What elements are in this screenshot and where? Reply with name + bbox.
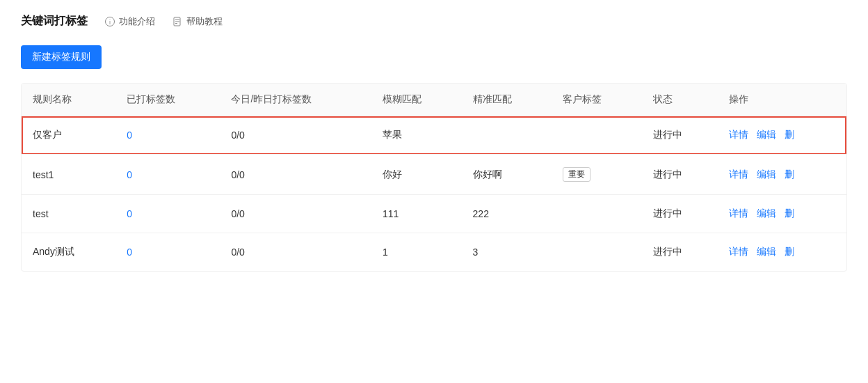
cell-fuzzy-match: 你好 (371, 155, 462, 195)
help-link[interactable]: 帮助教程 (172, 15, 223, 28)
col-today-count: 今日/昨日打标签数 (220, 84, 371, 116)
edit-button[interactable]: 编辑 (757, 208, 776, 219)
delete-button[interactable]: 删 (785, 208, 794, 219)
page-header: 关键词打标签 i 功能介绍 帮助教程 (21, 14, 847, 29)
info-icon: i (104, 16, 115, 27)
edit-button[interactable]: 编辑 (757, 129, 776, 140)
cell-exact-match: 222 (462, 195, 552, 233)
svg-text:i: i (109, 19, 111, 26)
cell-today-count: 0/0 (220, 116, 371, 155)
cell-actions: 详情编辑删 (718, 155, 847, 195)
cell-exact-match: 你好啊 (462, 155, 552, 195)
tagged-count-value: 0 (127, 169, 132, 180)
create-rule-button[interactable]: 新建标签规则 (21, 45, 102, 69)
rules-table-container: 规则名称 已打标签数 今日/昨日打标签数 模糊匹配 精准匹配 客户标签 状态 操… (21, 83, 847, 272)
cell-name: test (22, 195, 115, 233)
tagged-count-value: 0 (127, 208, 132, 219)
table-row: test100/0你好你好啊重要进行中详情编辑删 (22, 155, 846, 195)
cell-customer-tags (552, 233, 642, 272)
cell-today-count: 0/0 (220, 155, 371, 195)
cell-tagged-count: 0 (115, 116, 220, 155)
delete-button[interactable]: 删 (785, 169, 794, 180)
page-title: 关键词打标签 (21, 14, 88, 29)
col-customer-tag: 客户标签 (552, 84, 642, 116)
rules-table: 规则名称 已打标签数 今日/昨日打标签数 模糊匹配 精准匹配 客户标签 状态 操… (22, 84, 846, 271)
cell-status: 进行中 (642, 195, 718, 233)
detail-button[interactable]: 详情 (729, 169, 748, 180)
detail-button[interactable]: 详情 (729, 246, 748, 257)
cell-name: 仅客户 (22, 116, 115, 155)
edit-button[interactable]: 编辑 (757, 169, 776, 180)
cell-fuzzy-match: 苹果 (371, 116, 462, 155)
detail-button[interactable]: 详情 (729, 129, 748, 140)
page-container: 关键词打标签 i 功能介绍 帮助教程 新建标签规则 (0, 0, 868, 383)
cell-tagged-count: 0 (115, 233, 220, 272)
detail-button[interactable]: 详情 (729, 208, 748, 219)
cell-actions: 详情编辑删 (718, 233, 847, 272)
delete-button[interactable]: 删 (785, 129, 794, 140)
cell-status: 进行中 (642, 155, 718, 195)
cell-customer-tags (552, 116, 642, 155)
col-tagged-count: 已打标签数 (115, 84, 220, 116)
cell-tagged-count: 0 (115, 155, 220, 195)
col-actions: 操作 (718, 84, 847, 116)
table-row: 仅客户00/0苹果进行中详情编辑删 (22, 116, 846, 155)
cell-status: 进行中 (642, 233, 718, 272)
intro-link[interactable]: i 功能介绍 (104, 15, 155, 28)
cell-tagged-count: 0 (115, 195, 220, 233)
delete-button[interactable]: 删 (785, 246, 794, 257)
cell-customer-tags: 重要 (552, 155, 642, 195)
table-header-row: 规则名称 已打标签数 今日/昨日打标签数 模糊匹配 精准匹配 客户标签 状态 操… (22, 84, 846, 116)
table-row: test00/0111222进行中详情编辑删 (22, 195, 846, 233)
cell-customer-tags (552, 195, 642, 233)
tagged-count-value: 0 (127, 247, 132, 258)
cell-status: 进行中 (642, 116, 718, 155)
cell-name: test1 (22, 155, 115, 195)
edit-button[interactable]: 编辑 (757, 246, 776, 257)
cell-actions: 详情编辑删 (718, 195, 847, 233)
customer-tag-badge: 重要 (563, 167, 590, 182)
cell-fuzzy-match: 111 (371, 195, 462, 233)
tagged-count-value: 0 (127, 130, 132, 141)
cell-fuzzy-match: 1 (371, 233, 462, 272)
doc-icon (172, 16, 183, 27)
cell-exact-match: 3 (462, 233, 552, 272)
cell-today-count: 0/0 (220, 233, 371, 272)
cell-today-count: 0/0 (220, 195, 371, 233)
cell-name: Andy测试 (22, 233, 115, 272)
cell-exact-match (462, 116, 552, 155)
col-name: 规则名称 (22, 84, 115, 116)
table-row: Andy测试00/013进行中详情编辑删 (22, 233, 846, 272)
col-exact-match: 精准匹配 (462, 84, 552, 116)
col-status: 状态 (642, 84, 718, 116)
col-fuzzy-match: 模糊匹配 (371, 84, 462, 116)
cell-actions: 详情编辑删 (718, 116, 847, 155)
